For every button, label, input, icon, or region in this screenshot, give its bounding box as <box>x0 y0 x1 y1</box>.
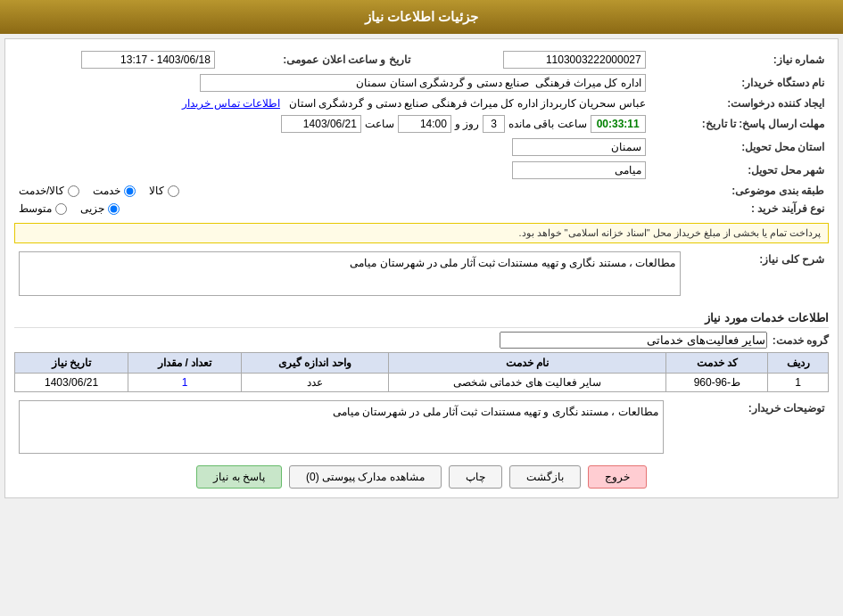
buyer-notes-box: مطالعات ، مستند نگاری و تهیه مستندات ثبت… <box>19 400 664 454</box>
general-desc-table: شرح کلی نیاز: مطالعات ، مستند نگاری و ته… <box>14 249 829 304</box>
category-goods-service: کالا/خدمت <box>19 185 79 197</box>
creator-label: ایجاد کننده درخواست: <box>650 94 829 112</box>
city-input <box>512 161 646 179</box>
deadline-time-input <box>398 115 451 133</box>
cell-name: سایر فعالیت های خدماتی شخصی <box>388 374 666 392</box>
category-goods-service-radio[interactable] <box>68 185 79 197</box>
date-label: تاریخ و ساعت اعلان عمومی: <box>219 48 415 71</box>
creator-contact-link[interactable]: اطلاعات تماس خریدار <box>182 97 280 110</box>
goods-service-label: کالا/خدمت <box>19 185 64 197</box>
buyer-notes-label: توضیحات خریدار: <box>668 398 829 456</box>
page-header: جزئیات اطلاعات نیاز <box>0 0 843 34</box>
service-label: خدمت <box>93 185 120 197</box>
province-input <box>512 138 646 156</box>
remaining-time: 00:33:11 <box>591 115 646 133</box>
footer-buttons: پاسخ به نیاز مشاهده مدارک پیوستی (0) چاپ… <box>14 465 829 489</box>
cell-row: 1 <box>768 374 829 392</box>
back-button[interactable]: بازگشت <box>509 465 581 489</box>
purchase-type-label: نوع فرآیند خرید : <box>650 200 829 218</box>
buyer-notes-table: توضیحات خریدار: مطالعات ، مستند نگاری و … <box>14 398 829 456</box>
need-number-input <box>503 51 646 69</box>
services-table: ردیف کد خدمت نام خدمت واحد اندازه گیری ت… <box>14 352 829 392</box>
cell-quantity: 1 <box>128 374 242 392</box>
purchase-type-medium-radio[interactable] <box>55 203 67 215</box>
remaining-label: ساعت باقی مانده <box>508 118 587 130</box>
col-row: ردیف <box>768 353 829 374</box>
col-quantity: تعداد / مقدار <box>128 353 242 374</box>
notice-text: پرداخت تمام یا بخشی از مبلغ خریداز محل "… <box>518 227 821 238</box>
buyer-name-input <box>200 74 646 92</box>
cell-date: 1403/06/21 <box>15 374 128 392</box>
category-label: طبقه بندی موضوعی: <box>650 182 829 200</box>
days-label: روز و <box>455 118 479 130</box>
col-code: کد خدمت <box>666 353 768 374</box>
date-input <box>81 51 215 69</box>
general-desc-text: مطالعات ، مستند نگاری و تهیه مستندات ثبت… <box>350 257 675 269</box>
buyer-notes-text: مطالعات ، مستند نگاری و تهیه مستندات ثبت… <box>333 406 658 418</box>
page-title: جزئیات اطلاعات نیاز <box>365 9 478 24</box>
partial-label: جزیی <box>80 202 104 215</box>
reply-button[interactable]: پاسخ به نیاز <box>196 465 282 489</box>
buyer-name-label: نام دستگاه خریدار: <box>650 71 829 94</box>
deadline-label: مهلت ارسال پاسخ: تا تاریخ: <box>650 112 829 136</box>
city-label: شهر محل تحویل: <box>650 159 829 182</box>
medium-label: متوسط <box>19 202 52 215</box>
need-number-label: شماره نیاز: <box>650 48 829 71</box>
purchase-type-medium: متوسط <box>19 202 67 215</box>
time-label: ساعت <box>365 118 394 130</box>
service-group-row: گروه خدمت: <box>14 332 829 349</box>
days-value: 3 <box>483 115 505 133</box>
cell-unit: عدد <box>242 374 389 392</box>
col-unit: واحد اندازه گیری <box>242 353 389 374</box>
creator-value: عباس سحریان کاربرداز اداره کل میراث فرهن… <box>289 97 646 110</box>
service-group-input <box>500 332 767 349</box>
services-section-title: اطلاعات خدمات مورد نیاز <box>14 311 829 328</box>
purchase-type-partial: جزیی <box>80 202 120 215</box>
notice-box: پرداخت تمام یا بخشی از مبلغ خریداز محل "… <box>14 223 829 243</box>
service-group-label: گروه خدمت: <box>773 334 829 347</box>
cell-code: ط-96-960 <box>666 374 768 392</box>
exit-button[interactable]: خروج <box>588 465 647 489</box>
general-desc-box: مطالعات ، مستند نگاری و تهیه مستندات ثبت… <box>19 251 681 296</box>
category-goods: کالا <box>149 185 179 197</box>
col-name: نام خدمت <box>388 353 666 374</box>
info-table: شماره نیاز: تاریخ و ساعت اعلان عمومی: نا… <box>14 48 829 218</box>
category-goods-radio[interactable] <box>168 185 179 197</box>
general-desc-label: شرح کلی نیاز: <box>685 249 829 304</box>
province-label: استان محل تحویل: <box>650 136 829 159</box>
col-date: تاریخ نیاز <box>15 353 128 374</box>
view-docs-button[interactable]: مشاهده مدارک پیوستی (0) <box>289 465 442 489</box>
category-service-radio[interactable] <box>124 185 136 197</box>
table-row: 1 ط-96-960 سایر فعالیت های خدماتی شخصی ع… <box>15 374 829 392</box>
print-button[interactable]: چاپ <box>449 465 502 489</box>
category-service: خدمت <box>93 185 136 197</box>
main-container: شماره نیاز: تاریخ و ساعت اعلان عمومی: نا… <box>4 38 839 498</box>
deadline-date-input <box>281 115 361 133</box>
goods-label: کالا <box>149 185 164 197</box>
purchase-type-partial-radio[interactable] <box>108 203 120 215</box>
